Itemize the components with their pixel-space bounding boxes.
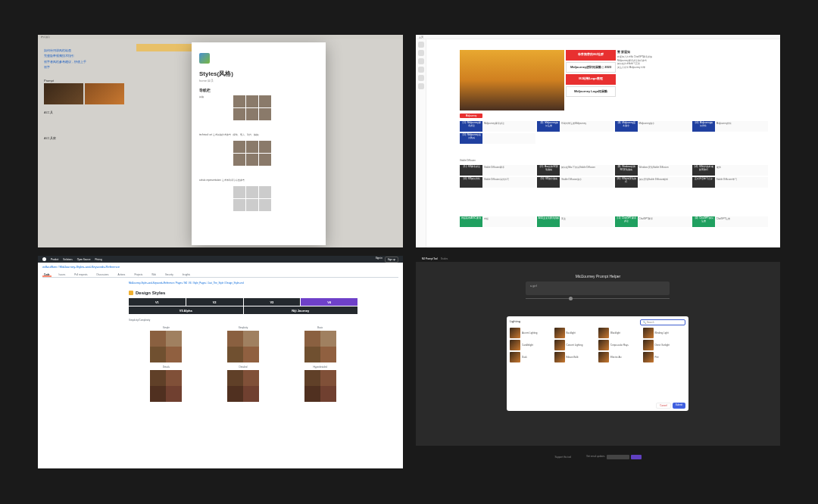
style-thumb[interactable] (233, 141, 245, 153)
course-card[interactable]: 【1】SD新手必读Stable Diffusion新手 (460, 165, 535, 176)
tab-code[interactable]: Code (42, 272, 52, 277)
tab-wiki[interactable]: Wiki (150, 272, 158, 277)
style-thumb[interactable] (246, 186, 258, 198)
style-image[interactable] (227, 331, 259, 362)
course-card[interactable]: 【2】ChatGPT如何注册ChatGPT注册 (692, 216, 768, 227)
course-card[interactable]: 【6】SD模型安装教程如何安装Stable Diffusion模型 (615, 177, 691, 188)
sidebar-icon[interactable] (418, 75, 424, 81)
course-card[interactable]: 【1】ChatGPT新手必读ChatGPT新手 (615, 216, 691, 227)
sidebar-icon[interactable] (418, 58, 424, 64)
style-image[interactable] (227, 370, 259, 402)
gh-nav-pricing[interactable]: Pricing (95, 258, 101, 261)
sidebar-link[interactable]: 完整版带视频技术指引 (44, 54, 105, 58)
course-card[interactable]: 【4】SD时代的软硬配置教程硬件 (692, 165, 768, 176)
course-card[interactable]: 【3】Windows系统SD安装指南Windows安装Stable Diffus… (615, 165, 691, 176)
style-thumb[interactable] (246, 108, 258, 120)
sidebar-link[interactable]: 如何使用该风格绘画 (44, 48, 105, 53)
weight-slider[interactable] (526, 297, 670, 300)
prompt-input[interactable]: a girl (526, 282, 670, 295)
tab-actions[interactable]: Actions (117, 272, 127, 277)
support-link[interactable]: Support this tool (554, 456, 571, 459)
tab-guides[interactable]: Guides (441, 257, 448, 260)
tab-prompt-tool[interactable]: MJ Prompt Tool (419, 257, 441, 261)
tab-insights[interactable]: Insights (181, 272, 192, 277)
breadcrumb[interactable]: MidJourney-Styles-and-Keywords-Reference… (129, 282, 357, 285)
slider-handle[interactable] (569, 297, 573, 300)
lighting-option[interactable]: Electric Arc (598, 352, 642, 362)
submit-button[interactable]: Submit (673, 403, 685, 409)
course-card[interactable]: 【4】Midjourney如何优化Midjourney优化 (692, 121, 768, 132)
style-thumb[interactable] (259, 186, 271, 198)
course-card[interactable]: 正式开启学习之旅Stable Diffusion学习 (692, 177, 768, 188)
style-thumb[interactable] (246, 199, 258, 211)
lighting-option[interactable]: Concert Lighting (554, 340, 598, 350)
signup-button[interactable]: Sign up (385, 257, 398, 263)
style-thumb[interactable] (259, 141, 271, 153)
version-v4[interactable]: V4 (301, 298, 357, 306)
banner-item[interactable]: Midjourney进阶拓展塾｜2023 (566, 62, 616, 73)
course-card[interactable]: 【1】Midjourney新手必读Midjourney新手必读 (460, 121, 535, 132)
style-thumb[interactable] (259, 154, 271, 166)
course-card[interactable]: AI商业变现案例拆解商业 (537, 216, 613, 227)
search-input[interactable]: 🔍 Search (640, 319, 685, 325)
github-logo-icon[interactable] (42, 257, 46, 261)
sidebar-icon[interactable] (418, 42, 424, 48)
sample-image[interactable] (44, 83, 83, 104)
style-image[interactable] (304, 370, 336, 402)
sidebar-link[interactable]: 初学 (44, 65, 105, 70)
lighting-option[interactable]: Edison Bulb (554, 352, 598, 362)
style-thumb[interactable] (233, 154, 245, 166)
lighting-option[interactable]: Backlight (554, 328, 598, 338)
news-item[interactable]: 关注公众号 Midjourney大学 (617, 66, 663, 70)
course-card[interactable]: 自搭私有AIGC案例自搭 (460, 216, 535, 227)
gh-nav-opensource[interactable]: Open Source (77, 258, 91, 261)
lighting-option[interactable]: Blinding Light (643, 328, 686, 338)
banner-item[interactable]: MJ绘制Logo教程 (566, 74, 616, 85)
lighting-option[interactable]: Direct Sunlight (643, 340, 686, 350)
tab-projects[interactable]: Projects (133, 272, 144, 277)
style-thumb[interactable] (259, 108, 271, 120)
gh-nav-solutions[interactable]: Solutions (63, 258, 72, 261)
style-thumb[interactable] (259, 199, 271, 211)
style-thumb[interactable] (233, 95, 245, 107)
lighting-option[interactable]: Blacklight (598, 328, 642, 338)
cancel-button[interactable]: Cancel (656, 403, 670, 409)
version-v1[interactable]: V1 (129, 298, 186, 306)
style-image[interactable] (150, 370, 182, 402)
sidebar-icon[interactable] (418, 67, 424, 73)
style-thumb[interactable] (246, 141, 258, 153)
email-input[interactable] (607, 455, 629, 459)
tab-pulls[interactable]: Pull requests (73, 272, 89, 277)
course-card[interactable]: 【2】Mac系统SD安装指南如何在Mac下使用Stable Diffusion (537, 165, 613, 176)
style-thumb[interactable] (233, 108, 245, 120)
banner-item[interactable]: Midjourney Logo拓展塾 (566, 86, 616, 97)
style-thumb[interactable] (246, 95, 258, 107)
repo-name[interactable]: willwulfken / MidJourney-Styles-and-Keyw… (42, 265, 120, 269)
version-v3[interactable]: V3 (244, 298, 301, 306)
home-link[interactable]: 主页 (419, 36, 423, 39)
course-card[interactable]: 【5】Midjourney会员购买 (460, 133, 535, 144)
sidebar-link[interactable]: 初学者风格参考建议，快速上手 (44, 60, 105, 64)
style-thumb[interactable] (246, 154, 258, 166)
lighting-option[interactable]: Dusk (510, 352, 553, 362)
version-v5alpha[interactable]: V5 Alpha (129, 306, 243, 314)
tab-discussions[interactable]: Discussions (95, 272, 111, 277)
gh-nav-product[interactable]: Product (51, 258, 58, 261)
lighting-option[interactable]: Accent Lighting (510, 328, 553, 338)
sidebar-icon[interactable] (418, 50, 424, 56)
tab-issues[interactable]: Issues (58, 272, 67, 277)
course-card[interactable]: 【3】Midjourney基本指令Midjourney指令 (615, 121, 691, 132)
tab-security[interactable]: Security (164, 272, 175, 277)
style-thumb[interactable] (259, 95, 271, 107)
style-thumb[interactable] (233, 186, 245, 198)
style-thumb[interactable] (233, 199, 245, 211)
lighting-option[interactable]: Crepuscular Rays (598, 340, 642, 350)
version-niji[interactable]: Niji Journey (244, 306, 358, 314)
lighting-option[interactable]: Candlelight (510, 340, 553, 350)
version-v2[interactable]: V2 (186, 298, 243, 306)
subscribe-button[interactable] (631, 455, 642, 459)
course-card[interactable]: 【4】SD如何优化Stable Diffusion调优技巧 (460, 177, 535, 188)
style-image[interactable] (304, 331, 336, 362)
course-card[interactable]: 【2】Midjourney如何注册帮助同学注册Midjourney (537, 121, 613, 132)
sidebar-icon[interactable] (418, 83, 424, 89)
